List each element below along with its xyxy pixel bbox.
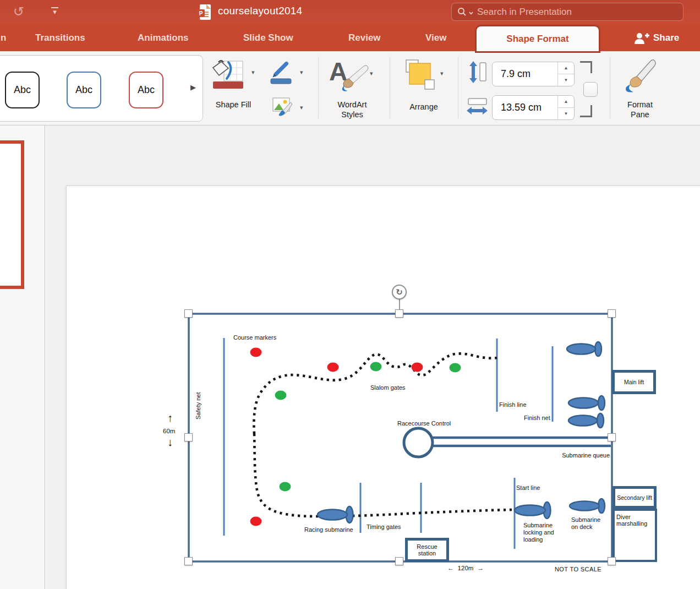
left-arrow-icon: ← <box>447 565 454 572</box>
picture-effects-icon <box>272 97 293 117</box>
quick-access-menu-button[interactable]: ▾ <box>51 7 58 15</box>
submarine-queue-label[interactable]: Submarine queue <box>560 452 610 459</box>
queue-submarine-1[interactable] <box>567 342 601 356</box>
course-markers-label[interactable]: Course markers <box>233 334 276 341</box>
document-title: courselayout2014 <box>218 5 302 17</box>
racecourse-control-circle[interactable] <box>404 428 433 457</box>
shape-style-swatch-blue[interactable]: Abc <box>67 72 101 108</box>
stepper-up-icon[interactable]: ▲ <box>558 96 574 108</box>
wordart-brush-icon <box>341 63 370 92</box>
aspect-bracket-top-icon <box>580 61 592 73</box>
shape-width-icon <box>467 97 488 115</box>
stepper-down-icon[interactable]: ▼ <box>558 108 574 119</box>
width-stepper[interactable]: ▲ ▼ <box>557 96 574 119</box>
arrange-label: Arrange <box>401 102 447 112</box>
selection-handle-top-right[interactable] <box>608 309 616 318</box>
shape-styles-gallery: Abc Abc Abc ▶ <box>0 55 203 122</box>
finish-line-label[interactable]: Finish line <box>499 401 527 408</box>
shape-fill-color-swatch[interactable] <box>213 81 243 89</box>
tab-view[interactable]: View <box>425 24 446 51</box>
rescue-station-box[interactable]: Rescue station <box>405 538 449 562</box>
on-deck-submarine[interactable] <box>570 499 605 513</box>
ribbon-tab-bar: n Transitions Animations Slide Show Revi… <box>0 24 700 51</box>
selection-handle-top-left[interactable] <box>184 309 193 318</box>
queue-submarine-3[interactable] <box>568 413 604 428</box>
ribbon-divider <box>318 57 319 118</box>
start-line-submarine[interactable] <box>515 502 551 519</box>
rotation-handle-stem <box>399 299 400 310</box>
racing-submarine-shape[interactable] <box>318 506 353 523</box>
format-pane-label: Format Pane <box>621 100 659 119</box>
safety-net-label[interactable]: Safety net <box>195 373 202 419</box>
ribbon: Abc Abc Abc ▶ ▾ Shape Fill ▾ <box>0 51 700 126</box>
tab-review[interactable]: Review <box>348 24 381 51</box>
stepper-down-icon[interactable]: ▼ <box>558 74 574 86</box>
tab-shape-format[interactable]: Shape Format <box>477 26 599 51</box>
shape-width-input[interactable] <box>493 102 557 113</box>
wordart-styles-label: WordArt Styles <box>326 100 379 119</box>
shape-fill-caret-icon[interactable]: ▾ <box>251 69 255 76</box>
shape-height-icon <box>469 61 488 83</box>
shape-effects-caret-icon[interactable]: ▾ <box>300 104 303 111</box>
selection-handle-bottom-right[interactable] <box>608 557 616 565</box>
undo-icon: ↺ <box>13 4 24 19</box>
shape-outline-caret-icon[interactable]: ▾ <box>300 69 303 76</box>
arrange-caret-icon[interactable]: ▾ <box>440 70 444 77</box>
submarine-locking-label[interactable]: Submarine locking and loading <box>523 522 559 543</box>
search-box[interactable] <box>451 3 683 21</box>
shape-outline-button[interactable] <box>270 59 293 86</box>
tab-partial-left[interactable]: n <box>1 24 6 51</box>
share-button[interactable]: Share <box>633 24 679 51</box>
format-pane-brush-icon <box>625 59 657 95</box>
ribbon-divider <box>610 57 610 118</box>
racecourse-control-label[interactable]: Racecourse Control <box>397 420 451 427</box>
titlebar: ↺ ▾ P courselayout2014 <box>0 0 700 24</box>
selection-handle-middle-right[interactable] <box>608 433 616 441</box>
secondary-lift-box[interactable]: Secondary lift <box>612 486 657 509</box>
course-markers-red[interactable] <box>250 348 423 526</box>
finish-net-label[interactable]: Finish net <box>524 415 550 422</box>
format-pane-button[interactable] <box>625 59 657 97</box>
lock-aspect-ratio-checkbox[interactable] <box>583 82 598 97</box>
search-scope-chevron-icon[interactable] <box>468 11 474 15</box>
search-icon <box>457 7 467 17</box>
shape-width-field[interactable]: ▲ ▼ <box>492 95 575 120</box>
length-dimension-label: 120m <box>458 565 474 572</box>
shape-style-swatch-black[interactable]: Abc <box>5 72 40 108</box>
submarine-on-deck-label[interactable]: Submarine on deck <box>571 516 604 531</box>
shape-height-input[interactable] <box>493 68 557 80</box>
tab-slide-show[interactable]: Slide Show <box>243 24 293 51</box>
shape-effects-button[interactable] <box>272 97 293 119</box>
undo-button[interactable]: ↺ <box>13 5 24 18</box>
selection-handle-bottom-middle[interactable] <box>395 557 403 565</box>
aspect-bracket-bottom-icon <box>580 105 592 117</box>
wordart-caret-icon[interactable]: ▾ <box>370 70 373 77</box>
racing-submarine-label[interactable]: Racing submarine <box>304 526 353 533</box>
queue-submarine-2[interactable] <box>568 396 605 410</box>
selection-handle-middle-left[interactable] <box>184 433 193 441</box>
tab-animations[interactable]: Animations <box>138 24 189 51</box>
not-to-scale-label: NOT TO SCALE <box>555 566 601 573</box>
paint-bucket-icon <box>212 60 244 83</box>
up-arrow-icon: ↑ <box>167 412 173 424</box>
timing-gates-label[interactable]: Timing gates <box>367 523 401 531</box>
arrange-button[interactable] <box>405 59 436 93</box>
shape-style-swatch-red[interactable]: Abc <box>129 72 163 108</box>
length-dimension[interactable]: ← 120m → <box>447 565 484 572</box>
height-stepper[interactable]: ▲ ▼ <box>557 62 574 86</box>
gallery-expand-button[interactable]: ▶ <box>190 83 196 91</box>
stepper-up-icon[interactable]: ▲ <box>558 62 574 74</box>
selection-handle-bottom-left[interactable] <box>184 557 193 565</box>
tab-transitions[interactable]: Transitions <box>35 24 85 51</box>
start-line-label[interactable]: Start line <box>516 484 540 492</box>
slalom-gates-label[interactable]: Slalom gates <box>370 384 406 391</box>
selection-handle-top-middle[interactable] <box>395 309 403 318</box>
main-lift-box[interactable]: Main lift <box>612 370 656 394</box>
search-input[interactable] <box>477 7 677 18</box>
rotate-icon: ↻ <box>396 287 403 297</box>
shape-height-field[interactable]: ▲ ▼ <box>492 62 575 86</box>
diver-marshalling-box[interactable]: Diver marshalling <box>612 509 657 562</box>
height-dimension-label[interactable]: 60m <box>163 428 175 435</box>
share-label: Share <box>653 32 679 43</box>
rotation-handle[interactable]: ↻ <box>392 285 407 299</box>
